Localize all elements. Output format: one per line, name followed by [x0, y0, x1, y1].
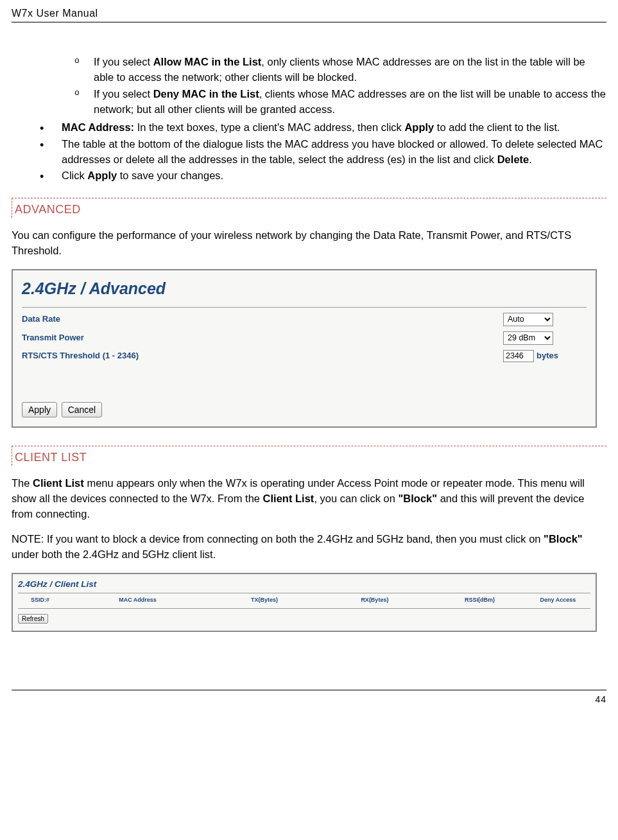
text: Click	[62, 170, 87, 181]
list-item: If you select Deny MAC in the List, clie…	[94, 87, 606, 118]
text: NOTE: If you want to block a device from…	[12, 533, 544, 545]
text: If you select	[94, 56, 153, 67]
divider	[18, 608, 590, 609]
page-number: 44	[595, 694, 606, 704]
col-mac: MAC Address	[119, 596, 251, 604]
text-bold: Apply	[87, 170, 117, 181]
rts-threshold-input[interactable]	[503, 350, 534, 362]
text: to add the client to the list.	[434, 121, 560, 133]
clientlist-heading: CLIENT LIST	[15, 449, 606, 466]
text: under both the 2.4GHz and 5GHz client li…	[12, 548, 216, 560]
advanced-screenshot: 2.4GHz / Advanced Data Rate Auto Transmi…	[12, 269, 597, 427]
setting-row: Data Rate Auto	[22, 313, 587, 326]
rts-threshold-label: RTS/CTS Threshold (1 - 2346)	[22, 350, 503, 362]
text-bold: Apply	[404, 121, 434, 133]
header-title: W7x User Manual	[12, 8, 98, 19]
clientlist-section: CLIENT LIST	[12, 446, 606, 466]
text-bold: Deny MAC in the List	[153, 88, 259, 100]
text: to save your changes.	[117, 170, 223, 181]
col-ssid: SSID:#	[31, 596, 119, 604]
advanced-section: ADVANCED	[12, 198, 606, 218]
footer: 44	[12, 690, 606, 711]
data-rate-label: Data Rate	[22, 313, 503, 326]
apply-button[interactable]: Apply	[22, 402, 57, 417]
text-bold: "Block"	[544, 533, 583, 545]
text-bold: MAC Address:	[62, 121, 134, 133]
text-bold: Client List	[33, 477, 84, 489]
data-rate-select[interactable]: Auto	[503, 313, 553, 326]
list-item: The table at the bottom of the dialogue …	[62, 137, 606, 168]
sub-bullet-list: If you select Allow MAC in the List, onl…	[12, 55, 606, 118]
text: .	[529, 153, 532, 165]
transmit-power-label: Transmit Power	[22, 332, 503, 344]
document-header: W7x User Manual	[12, 8, 606, 22]
clientlist-paragraph-1: The Client List menu appears only when t…	[12, 476, 606, 522]
divider	[22, 307, 587, 308]
advanced-paragraph: You can configure the performance of you…	[12, 228, 606, 259]
clientlist-paragraph-2: NOTE: If you want to block a device from…	[12, 532, 606, 563]
list-item: MAC Address: In the text boxes, type a c…	[62, 120, 606, 136]
main-bullet-list: MAC Address: In the text boxes, type a c…	[12, 120, 606, 184]
col-deny: Deny Access	[540, 596, 590, 604]
divider	[18, 593, 590, 593]
text-bold: "Block"	[399, 493, 438, 504]
text: If you select	[94, 88, 153, 100]
refresh-button[interactable]: Refresh	[18, 614, 48, 624]
col-tx: TX(Bytes)	[251, 596, 361, 604]
advanced-heading: ADVANCED	[15, 201, 606, 218]
button-row: Apply Cancel	[22, 402, 587, 417]
list-item: Click Apply to save your changes.	[62, 168, 606, 184]
clientlist-screenshot: 2.4GHz / Client List SSID:# MAC Address …	[12, 573, 597, 632]
col-rx: RX(Bytes)	[361, 596, 465, 604]
unit-label: bytes	[536, 350, 558, 362]
setting-row: RTS/CTS Threshold (1 - 2346) bytes	[22, 350, 587, 362]
text: The	[12, 477, 33, 489]
text-bold: Delete	[497, 153, 529, 165]
text-bold: Allow MAC in the List	[153, 56, 262, 67]
text: In the text boxes, type a client's MAC a…	[134, 121, 404, 133]
column-headers: SSID:# MAC Address TX(Bytes) RX(Bytes) R…	[18, 595, 590, 608]
clientlist-shot-title: 2.4GHz / Client List	[18, 578, 590, 591]
setting-row: Transmit Power 29 dBm	[22, 331, 587, 345]
text: , you can click on	[314, 493, 398, 504]
cancel-button[interactable]: Cancel	[62, 402, 103, 417]
transmit-power-select[interactable]: 29 dBm	[503, 331, 553, 345]
list-item: If you select Allow MAC in the List, onl…	[94, 55, 606, 85]
body-content: If you select Allow MAC in the List, onl…	[12, 55, 606, 632]
advanced-shot-title: 2.4GHz / Advanced	[22, 277, 587, 300]
col-rssi: RSSI(dBm)	[465, 596, 540, 604]
text-bold: Client List	[263, 493, 314, 504]
